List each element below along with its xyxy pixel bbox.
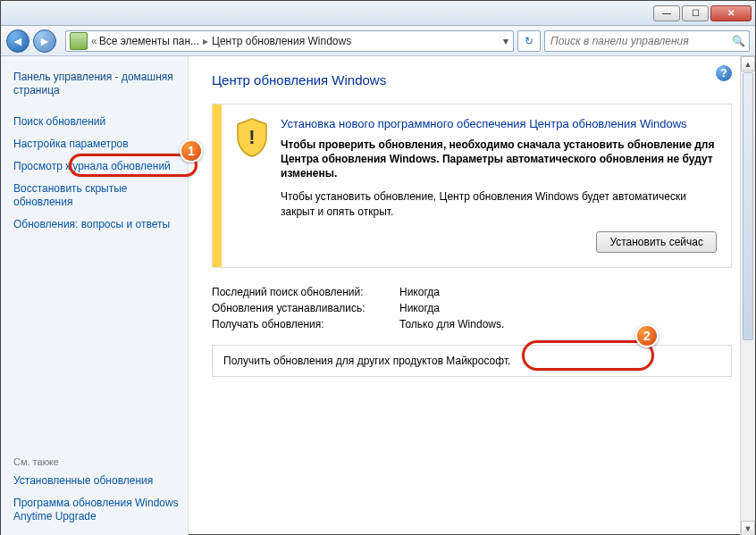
address-bar[interactable]: « Все элементы пан... ▸ Центр обновления… (65, 30, 514, 52)
status-value: Никогда (399, 302, 440, 314)
status-table: Последний поиск обновлений: Никогда Обно… (212, 284, 732, 332)
scroll-thumb[interactable] (743, 72, 753, 340)
breadcrumb-prefix: « (91, 35, 99, 47)
navbar: ◄ ► « Все элементы пан... ▸ Центр обновл… (1, 26, 755, 56)
shield-warning-icon: ! (234, 117, 270, 158)
breadcrumb-level2[interactable]: Центр обновления Windows (212, 35, 351, 47)
status-label: Получать обновления: (212, 318, 399, 330)
refresh-button[interactable]: ↻ (517, 30, 541, 52)
notice-panel: ! Установка нового программного обеспече… (212, 104, 732, 268)
page-title: Центр обновления Windows (212, 72, 732, 88)
search-input[interactable] (545, 35, 749, 47)
help-icon[interactable]: ? (716, 65, 732, 81)
status-row: Обновления устанавливались: Никогда (212, 300, 732, 316)
notice-accent-bar (213, 104, 222, 267)
status-value: Только для Windows. (399, 318, 504, 330)
status-row: Последний поиск обновлений: Никогда (212, 284, 732, 300)
sidebar-link-search-updates[interactable]: Поиск обновлений (13, 112, 179, 134)
status-label: Последний поиск обновлений: (212, 286, 399, 298)
sidebar: Панель управления - домашняя страница По… (1, 56, 189, 535)
window-frame: — ☐ ✕ ◄ ► « Все элементы пан... ▸ Центр … (0, 0, 756, 535)
notice-title: Установка нового программного обеспечени… (281, 117, 717, 132)
titlebar: — ☐ ✕ (1, 1, 755, 26)
status-label: Обновления устанавливались: (212, 302, 399, 314)
notice-plain-text: Чтобы установить обновление, Центр обнов… (281, 189, 717, 218)
breadcrumb-level1[interactable]: Все элементы пан... (99, 35, 199, 47)
status-row: Получать обновления: Только для Windows. (212, 316, 732, 332)
sidebar-home-link[interactable]: Панель управления - домашняя страница (13, 67, 179, 103)
vertical-scrollbar[interactable]: ▲ ▼ (740, 56, 755, 535)
sidebar-seealso-installed[interactable]: Установленные обновления (13, 471, 179, 493)
sidebar-seealso-anytime-upgrade[interactable]: Программа обновления Windows Anytime Upg… (13, 493, 179, 529)
breadcrumb-sep-icon: ▸ (199, 35, 212, 47)
main-content: ? Центр обновления Windows ! Установка н… (189, 56, 755, 535)
status-value: Никогда (399, 286, 440, 298)
minimize-button[interactable]: — (653, 5, 680, 21)
forward-button[interactable]: ► (33, 29, 56, 53)
install-now-button[interactable]: Установить сейчас (596, 231, 717, 253)
scroll-down-icon[interactable]: ▼ (741, 521, 755, 535)
back-button[interactable]: ◄ (6, 29, 29, 53)
body: Панель управления - домашняя страница По… (1, 56, 755, 535)
sidebar-link-restore-hidden[interactable]: Восстановить скрытые обновления (13, 179, 179, 214)
search-icon: 🔍 (732, 35, 745, 47)
sidebar-seealso-anytime-upgrade-label: Программа обновления Windows Anytime Upg… (13, 497, 179, 522)
sidebar-link-history[interactable]: Просмотр журнала обновлений (13, 156, 179, 179)
search-box[interactable]: 🔍 (544, 30, 750, 52)
sidebar-link-faq[interactable]: Обновления: вопросы и ответы (13, 214, 179, 237)
notice-bold-text: Чтобы проверить обновления, необходимо с… (281, 138, 717, 181)
other-products-box: Получить обновления для других продуктов… (212, 345, 732, 377)
other-products-text: Получить обновления для других продуктов… (223, 355, 510, 367)
scroll-up-icon[interactable]: ▲ (741, 56, 755, 71)
close-button[interactable]: ✕ (710, 5, 752, 21)
maximize-button[interactable]: ☐ (682, 5, 709, 21)
svg-text:!: ! (248, 126, 255, 148)
see-also-label: См. также (13, 456, 179, 471)
sidebar-link-settings[interactable]: Настройка параметров (13, 134, 179, 156)
address-dropdown-icon[interactable]: ▾ (499, 35, 513, 47)
control-panel-icon (70, 32, 88, 50)
